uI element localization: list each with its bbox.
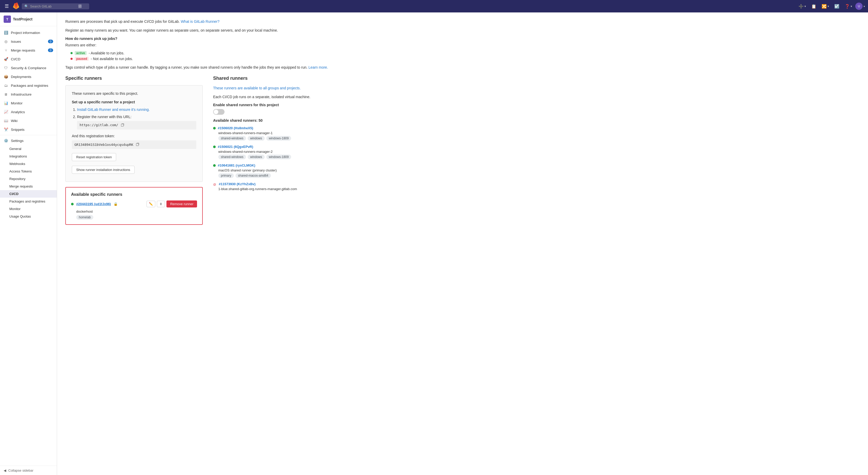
shared-runner-2-name: windows-shared-runners-manager-2 [213,150,350,154]
shared-runner-3-dot [213,164,216,167]
specific-runner-link[interactable]: #20443195 (ud1fJx96) [76,202,111,206]
runner-action-buttons: Reset registration token Show runner ins… [72,153,196,176]
sidebar-divider [0,135,57,135]
learn-more-link[interactable]: Learn more. [309,65,328,69]
runner-status-dot [71,203,74,205]
pause-runner-button[interactable]: ⏸ [157,201,165,207]
specific-runners-heading: Specific runners [65,76,203,81]
shared-runner-3-id: #10641681 (rysCLMGK) [218,163,255,167]
enable-shared-runners-toggle[interactable] [213,109,224,115]
sidebar-sub-item-integrations[interactable]: Integrations [0,152,57,160]
sidebar-sub-item-access-tokens[interactable]: Access Tokens [0,168,57,175]
enable-shared-runners-label: Enable shared runners for this project [213,103,350,107]
help-button[interactable]: ❓ ▾ [843,2,854,10]
sidebar-item-snippets[interactable]: ✂️ Snippets [0,125,57,134]
sidebar-item-infrastructure[interactable]: 🖥 Infrastructure [0,90,57,99]
shared-runners-col: Shared runners These runners are availab… [213,76,350,225]
user-avatar[interactable]: U [855,3,863,10]
bullet-dot-active [70,52,72,54]
runners-two-col: Specific runners These runners are speci… [65,76,350,225]
sidebar-sub-item-packages-registries[interactable]: Packages and registries [0,198,57,205]
package-icon: 🗂 [4,83,8,88]
sidebar-item-issues[interactable]: ◎ Issues 0 [0,37,57,46]
runner-url-row: https://gitlab.com/ [77,121,196,130]
sidebar-item-monitor[interactable]: 📊 Monitor [0,99,57,107]
shared-runner-2-dot [213,145,216,148]
active-text: - Available to run jobs. [89,51,124,55]
issues-button[interactable]: 📋 [809,2,818,10]
sidebar-sub-item-cicd[interactable]: CI/CD [0,190,57,198]
create-button[interactable]: ➕ ▾ [797,2,808,10]
reset-token-button[interactable]: Reset registration token [72,153,116,161]
gitlab-logo [12,3,20,10]
register-text: Register as many runners as you want. Yo… [65,28,350,33]
paused-badge: paused [75,57,89,61]
shared-runner-2-tags: shared-windows windows windows-1809 [213,155,350,159]
specific-runner-desc: dockerhost [71,209,197,213]
deployments-icon: 📦 [4,74,8,79]
info-icon: ℹ️ [4,30,8,35]
shared-runner-3-tags: primary shared-macos-amd64 [213,173,350,178]
sidebar-sub-item-webhooks[interactable]: Webhooks [0,160,57,168]
setup-heading: Set up a specific runner for a project [72,100,196,104]
main-layout: T TestProject ℹ️ Project information ◎ I… [0,12,868,475]
merge-requests-button[interactable]: 🔀 ▾ [819,2,831,10]
remove-runner-button[interactable]: Remove runner [166,200,197,207]
sidebar-sub-item-monitor[interactable]: Monitor [0,205,57,213]
shared-runner-2-name-row: #1506021 (6QgxEPvR) [213,145,350,149]
install-runner-link[interactable]: Install GitLab Runner and ensure it's ru… [77,107,150,112]
sidebar-item-project-information[interactable]: ℹ️ Project information [0,28,57,37]
merge-icon: ⑂ [4,48,8,53]
chevron-left-icon: ◀ [4,469,6,472]
search-bar[interactable]: 🔍 / [22,3,89,9]
paused-text: - Not available to run jobs. [91,57,133,61]
sidebar-item-analytics[interactable]: 📈 Analytics [0,107,57,116]
copy-url-button[interactable] [120,123,125,128]
issues-badge: 0 [48,40,53,43]
collapse-sidebar-button[interactable]: ◀ Collapse sidebar [0,466,57,475]
server-icon: 🖥 [4,92,8,97]
active-badge: active [75,51,87,55]
avatar-chevron[interactable]: ▾ [864,5,865,8]
active-status-item: active - Available to run jobs. [70,51,350,55]
sidebar-item-deployments[interactable]: 📦 Deployments [0,72,57,81]
runner-lock-icon: 🔒 [114,202,118,206]
project-header: T TestProject [0,12,57,26]
shared-runner-1-name-row: #1506020 (Hs8mheX5) [213,126,350,130]
step-1: Install GitLab Runner and ensure it's ru… [77,107,196,112]
show-instructions-button[interactable]: Show runner installation instructions [72,166,134,174]
what-is-runner-link[interactable]: What is GitLab Runner? [181,20,219,24]
sidebar-item-cicd[interactable]: 🚀 CI/CD [0,55,57,63]
intro-paragraph: Runners are processes that pick up and e… [65,19,350,24]
edit-runner-button[interactable]: ✏️ [147,201,155,207]
hamburger-menu[interactable]: ☰ [3,2,10,11]
todos-button[interactable]: ☑️ [832,2,842,10]
sidebar-item-packages-registries[interactable]: 🗂 Packages and registries [0,81,57,90]
top-navigation: ☰ 🔍 / ➕ ▾ 📋 🔀 ▾ ☑️ ❓ ▾ U ▾ [0,0,868,12]
shared-runner-1-tags: shared-windows windows windows-1809 [213,136,350,141]
copy-token-button[interactable] [135,142,140,147]
sidebar-item-wiki[interactable]: 📖 Wiki [0,116,57,125]
sidebar-sub-item-repository[interactable]: Repository [0,175,57,182]
tag-windows-1809-1: windows-1809 [266,136,291,141]
specific-runners-desc: These runners are specific to this proje… [72,91,196,96]
tag-windows-2: windows [248,155,265,159]
wiki-icon: 📖 [4,118,8,123]
settings-icon: ⚙️ [4,138,8,143]
shared-runner-1-name: windows-shared-runners-manager-1 [213,131,350,135]
sidebar-item-security-compliance[interactable]: 🛡 Security & Compliance [0,63,57,72]
sidebar-item-settings[interactable]: ⚙️ Settings [0,136,57,145]
sidebar-nav: ℹ️ Project information ◎ Issues 0 ⑂ Merg… [0,26,57,466]
intro-text: Runners are processes that pick up and e… [65,20,180,24]
sidebar-sub-item-merge-requests[interactable]: Merge requests [0,182,57,190]
shared-runner-1-id: #1506020 (Hs8mheX5) [218,126,253,130]
search-icon: 🔍 [24,4,29,8]
sidebar-item-merge-requests[interactable]: ⑂ Merge requests 0 [0,46,57,55]
sidebar-sub-item-general[interactable]: General [0,145,57,152]
sidebar-sub-item-usage-quotas[interactable]: Usage Quotas [0,213,57,220]
these-runners-link[interactable]: These runners are available to all group… [213,86,301,90]
monitor-icon: 📊 [4,101,8,105]
search-input[interactable] [30,4,77,8]
topnav-actions: ➕ ▾ 📋 🔀 ▾ ☑️ ❓ ▾ U ▾ [797,2,865,10]
shared-runner-4-dot: ⊘ [213,182,217,186]
